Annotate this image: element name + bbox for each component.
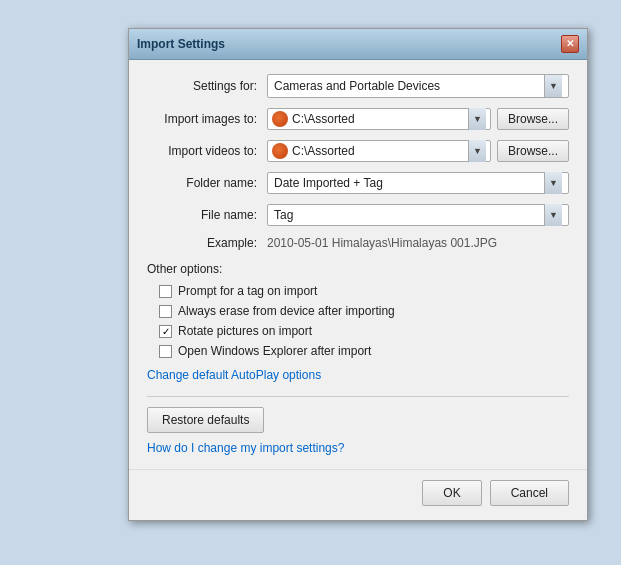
ok-button[interactable]: OK bbox=[422, 480, 481, 506]
file-name-select[interactable]: Tag ▼ bbox=[267, 204, 569, 226]
folder-name-row: Folder name: Date Imported + Tag ▼ bbox=[147, 172, 569, 194]
checkbox-rotate-pictures[interactable]: ✓ bbox=[159, 325, 172, 338]
import-images-folder-icon bbox=[272, 111, 288, 127]
autoplay-link[interactable]: Change default AutoPlay options bbox=[147, 368, 321, 382]
import-videos-folder-icon bbox=[272, 143, 288, 159]
checkbox-erase-device[interactable] bbox=[159, 305, 172, 318]
dialog-titlebar: Import Settings ✕ bbox=[129, 29, 587, 60]
divider bbox=[147, 396, 569, 397]
file-name-control: Tag ▼ bbox=[267, 204, 569, 226]
import-images-select[interactable]: C:\Assorted ▼ bbox=[267, 108, 491, 130]
dialog-title: Import Settings bbox=[137, 37, 225, 51]
how-link-row: How do I change my import settings? bbox=[147, 441, 569, 455]
folder-name-dropdown-arrow[interactable]: ▼ bbox=[544, 172, 562, 194]
checkbox-erase-device-label: Always erase from device after importing bbox=[178, 304, 395, 318]
settings-for-label: Settings for: bbox=[147, 79, 267, 93]
folder-name-value: Date Imported + Tag bbox=[274, 176, 542, 190]
checkbox-row-3: ✓ Rotate pictures on import bbox=[147, 324, 569, 338]
import-images-label: Import images to: bbox=[147, 112, 267, 126]
checkbox-row-4: Open Windows Explorer after import bbox=[147, 344, 569, 358]
example-row: Example: 2010-05-01 Himalayas\Himalayas … bbox=[147, 236, 569, 250]
import-images-control: C:\Assorted ▼ Browse... bbox=[267, 108, 569, 130]
checkbox-row-2: Always erase from device after importing bbox=[147, 304, 569, 318]
settings-for-control: Cameras and Portable Devices ▼ bbox=[267, 74, 569, 98]
file-name-label: File name: bbox=[147, 208, 267, 222]
import-images-browse-button[interactable]: Browse... bbox=[497, 108, 569, 130]
file-name-row: File name: Tag ▼ bbox=[147, 204, 569, 226]
restore-defaults-button[interactable]: Restore defaults bbox=[147, 407, 264, 433]
checkbox-prompt-tag[interactable] bbox=[159, 285, 172, 298]
dialog-footer: OK Cancel bbox=[129, 469, 587, 520]
checkbox-prompt-tag-label: Prompt for a tag on import bbox=[178, 284, 317, 298]
checkbox-open-explorer-label: Open Windows Explorer after import bbox=[178, 344, 371, 358]
checkbox-open-explorer[interactable] bbox=[159, 345, 172, 358]
folder-name-select[interactable]: Date Imported + Tag ▼ bbox=[267, 172, 569, 194]
import-images-value: C:\Assorted bbox=[292, 112, 466, 126]
autoplay-link-row: Change default AutoPlay options bbox=[147, 368, 569, 382]
file-name-dropdown-arrow[interactable]: ▼ bbox=[544, 204, 562, 226]
close-button[interactable]: ✕ bbox=[561, 35, 579, 53]
settings-for-dropdown-arrow[interactable]: ▼ bbox=[544, 75, 562, 97]
dialog-body: Settings for: Cameras and Portable Devic… bbox=[129, 60, 587, 469]
import-settings-dialog: Import Settings ✕ Settings for: Cameras … bbox=[128, 28, 588, 521]
cancel-button[interactable]: Cancel bbox=[490, 480, 569, 506]
checkbox-row-1: Prompt for a tag on import bbox=[147, 284, 569, 298]
other-options-label: Other options: bbox=[147, 262, 569, 276]
import-videos-dropdown-arrow[interactable]: ▼ bbox=[468, 140, 486, 162]
example-value: 2010-05-01 Himalayas\Himalayas 001.JPG bbox=[267, 236, 497, 250]
settings-for-select[interactable]: Cameras and Portable Devices ▼ bbox=[267, 74, 569, 98]
import-images-row: Import images to: C:\Assorted ▼ Browse..… bbox=[147, 108, 569, 130]
folder-name-control: Date Imported + Tag ▼ bbox=[267, 172, 569, 194]
checkbox-rotate-pictures-label: Rotate pictures on import bbox=[178, 324, 312, 338]
import-videos-browse-button[interactable]: Browse... bbox=[497, 140, 569, 162]
settings-for-row: Settings for: Cameras and Portable Devic… bbox=[147, 74, 569, 98]
import-videos-control: C:\Assorted ▼ Browse... bbox=[267, 140, 569, 162]
import-videos-select[interactable]: C:\Assorted ▼ bbox=[267, 140, 491, 162]
import-videos-value: C:\Assorted bbox=[292, 144, 466, 158]
example-label: Example: bbox=[147, 236, 267, 250]
settings-for-value: Cameras and Portable Devices bbox=[274, 79, 542, 93]
how-link[interactable]: How do I change my import settings? bbox=[147, 441, 344, 455]
import-videos-row: Import videos to: C:\Assorted ▼ Browse..… bbox=[147, 140, 569, 162]
file-name-value: Tag bbox=[274, 208, 542, 222]
folder-name-label: Folder name: bbox=[147, 176, 267, 190]
restore-row: Restore defaults bbox=[147, 407, 569, 433]
import-images-dropdown-arrow[interactable]: ▼ bbox=[468, 108, 486, 130]
import-videos-label: Import videos to: bbox=[147, 144, 267, 158]
